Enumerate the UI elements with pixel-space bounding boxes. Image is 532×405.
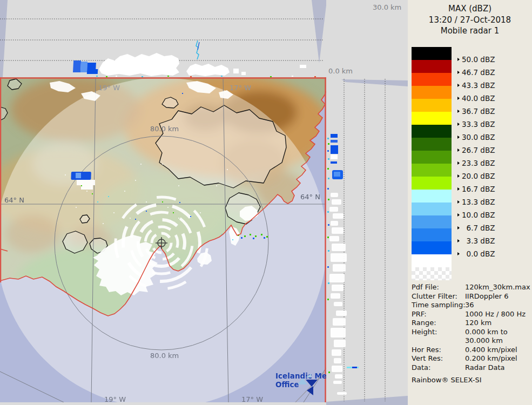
dbz-scale-label: 30.0 dBZ <box>457 133 495 141</box>
metadata-row: Time sampling:36 <box>412 301 529 310</box>
metadata-value: 36 <box>465 301 474 310</box>
dbz-scale-label: 0.0 dBZ <box>457 249 495 258</box>
metadata-value: 30.000 km <box>465 336 503 346</box>
top-profile-canvas <box>0 0 326 77</box>
dbz-swatch-solid <box>412 254 452 267</box>
lon-label-17w-top: 17° W <box>230 84 251 92</box>
scale-tick-icon <box>457 213 460 217</box>
metadata-label: Hor Res: <box>412 346 465 355</box>
dbz-scale-label-text: 10.0 dBZ <box>462 211 495 219</box>
map-echo-blue <box>71 172 91 180</box>
dbz-scale-label: 46.7 dBZ <box>457 68 495 77</box>
dbz-scale-label-text: 23.3 dBZ <box>462 159 495 167</box>
dbz-scale-label: 36.7 dBZ <box>457 107 495 116</box>
product-metadata: Pdf File:120km_30km.maxClutter Filter:II… <box>412 283 529 372</box>
product-title: MAX (dBZ) <box>408 3 532 15</box>
dbz-scale-label: 10.0 dBZ <box>457 211 495 219</box>
dbz-scale-label: 33.3 dBZ <box>457 120 495 129</box>
dbz-scale-label: 40.0 dBZ <box>457 94 495 103</box>
imo-logo-text-line1: Icelandic Met <box>275 372 326 380</box>
vertical-profile-top-panel[interactable] <box>0 0 326 77</box>
scale-tick-icon <box>457 58 460 61</box>
scale-tick-icon <box>457 84 460 87</box>
metadata-label: PRF: <box>412 310 465 319</box>
scale-tick-icon <box>457 187 460 191</box>
dbz-scale-label-text: 3.3 dBZ <box>462 237 495 245</box>
dbz-scale-label: 26.7 dBZ <box>457 146 495 154</box>
metadata-value: 120 km <box>465 319 491 328</box>
dbz-swatch <box>412 125 452 138</box>
dbz-scale-label-text: 43.3 dBZ <box>462 81 495 90</box>
scale-tick-icon <box>457 71 460 74</box>
dbz-swatch <box>412 86 452 99</box>
lat-label-64n-left: 64° N <box>4 196 24 204</box>
scale-tick-icon <box>457 252 460 255</box>
metadata-row: 30.000 km <box>412 336 529 346</box>
dbz-scale-label-text: 30.0 dBZ <box>462 133 495 141</box>
lon-label-19w-top: 19° W <box>98 84 120 92</box>
dbz-scale-label-text: 20.0 dBZ <box>462 172 495 180</box>
metadata-row: Vert Res:0.200 km/pixel <box>412 354 529 363</box>
dbz-scale-label-text: 46.7 dBZ <box>462 68 495 77</box>
dbz-scale-label-text: 26.7 dBZ <box>462 146 495 154</box>
scale-tick-icon <box>457 136 460 139</box>
metadata-label: Vert Res: <box>412 354 465 363</box>
metadata-value: 120km_30km.max <box>465 283 530 292</box>
profile-scale-corner: 30.0 km 0.0 km <box>326 0 408 77</box>
dbz-scale-label: 16.7 dBZ <box>457 185 495 193</box>
dbz-scale-label-text: 16.7 dBZ <box>462 185 495 193</box>
software-name: Rainbow® SELEX-SI <box>412 376 482 384</box>
scale-tick-icon <box>457 174 460 178</box>
dbz-swatch <box>412 215 452 228</box>
metadata-label: Pdf File: <box>412 283 465 292</box>
scale-tick-icon <box>457 200 460 204</box>
bottom-edge-strip <box>0 402 326 405</box>
dbz-scale-label: 23.3 dBZ <box>457 159 495 167</box>
metadata-row: Clutter Filter:IIRDoppler 6 <box>412 292 529 301</box>
metadata-row: Range:120 km <box>412 319 529 328</box>
dbz-scale-label: 6.7 dBZ <box>457 224 495 232</box>
metadata-value: Radar Data <box>465 363 504 373</box>
dbz-swatch <box>412 112 452 125</box>
dbz-scale-label: 3.3 dBZ <box>457 237 495 245</box>
dbz-swatch <box>412 151 452 164</box>
dbz-swatch <box>412 60 452 73</box>
dbz-swatch <box>412 202 452 215</box>
radar-map-panel[interactable]: 19° W 17° W 19° W 17° W 64° N 64° N 80.0… <box>0 77 326 402</box>
lon-label-19w-bottom: 19° W <box>104 395 126 402</box>
scale-tick-icon <box>457 123 460 126</box>
metadata-row: Data:Radar Data <box>412 363 529 373</box>
dbz-swatch <box>412 241 452 254</box>
dbz-swatch <box>412 47 452 60</box>
scale-tick-icon <box>457 226 460 230</box>
dbz-scale-label: 13.3 dBZ <box>457 198 495 206</box>
scale-tick-icon <box>457 161 460 165</box>
radar-name: Mobile radar 1 <box>408 25 532 37</box>
metadata-value: 1000 Hz / 800 Hz <box>465 310 526 319</box>
dbz-scale-label-text: 13.3 dBZ <box>462 198 495 206</box>
metadata-row: Height:0.000 km to <box>412 328 529 337</box>
profile-max-height-label: 30.0 km <box>373 3 401 11</box>
dbz-swatch <box>412 177 452 190</box>
radar-map-canvas: 19° W 17° W 19° W 17° W 64° N 64° N 80.0… <box>0 77 326 402</box>
metadata-value: 0.200 km/pixel <box>465 354 517 363</box>
metadata-label: Height: <box>412 328 465 337</box>
dbz-scale-label-text: 0.0 dBZ <box>462 249 495 258</box>
dbz-scale-label-text: 36.7 dBZ <box>462 107 495 116</box>
dbz-scale-label-text: 50.0 dBZ <box>462 55 495 64</box>
radar-display-window: 30.0 km 0.0 km <box>0 0 532 405</box>
range-ring-label-top: 80.0 km <box>150 125 179 133</box>
vertical-profile-right-panel[interactable] <box>326 77 408 405</box>
dbz-swatch <box>412 138 452 151</box>
metadata-label: Data: <box>412 363 465 373</box>
range-ring-label-bottom: 80.0 km <box>150 352 179 360</box>
dbz-swatch <box>412 190 452 202</box>
scale-tick-icon <box>457 110 460 113</box>
profile-zero-height-label: 0.0 km <box>328 67 353 75</box>
metadata-label: Time sampling: <box>412 301 465 310</box>
metadata-row: Hor Res:0.400 km/pixel <box>412 346 529 355</box>
scale-tick-icon <box>457 239 460 242</box>
dbz-scale-label: 43.3 dBZ <box>457 81 495 90</box>
dbz-swatch <box>412 99 452 112</box>
dbz-swatch-checker <box>412 267 452 280</box>
